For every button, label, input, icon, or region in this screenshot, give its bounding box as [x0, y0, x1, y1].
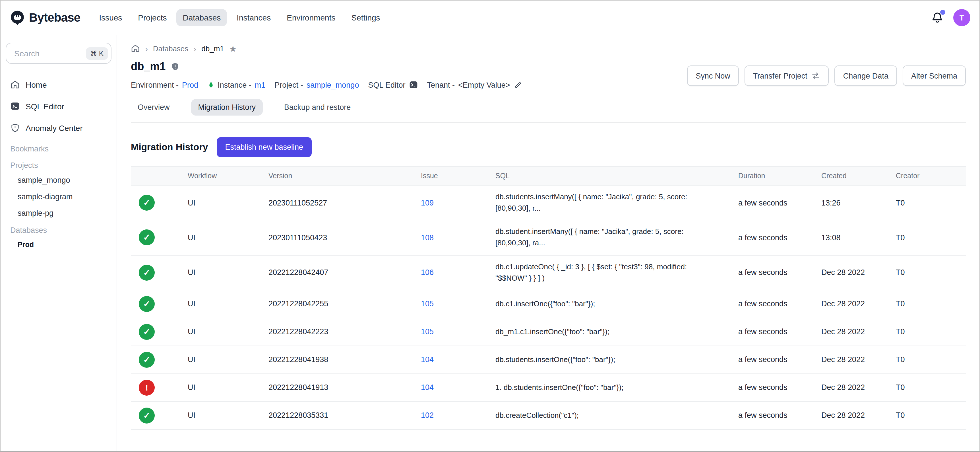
- alter-schema-button[interactable]: Alter Schema: [903, 65, 966, 86]
- terminal-icon: [409, 80, 418, 89]
- nav-instances[interactable]: Instances: [231, 9, 277, 26]
- issue-cell: 105: [421, 322, 495, 342]
- home-icon: [10, 80, 20, 89]
- creator-cell: T0: [896, 193, 966, 212]
- issue-link[interactable]: 104: [421, 356, 434, 364]
- shield-alert-icon: [10, 123, 20, 133]
- status-cell: ✓: [131, 224, 188, 251]
- sidebar-project-sample-mongo[interactable]: sample_mongo: [6, 173, 111, 187]
- workflow-cell: UI: [188, 378, 269, 398]
- sql-editor-label: SQL Editor: [368, 81, 405, 89]
- nav-projects[interactable]: Projects: [132, 9, 173, 26]
- action-buttons: Sync Now Transfer Project Change Data Al…: [687, 65, 966, 86]
- issue-link[interactable]: 108: [421, 233, 434, 242]
- pencil-icon[interactable]: [514, 81, 522, 89]
- issue-link[interactable]: 109: [421, 198, 434, 207]
- issue-link[interactable]: 105: [421, 327, 434, 336]
- tab-backup-and-restore[interactable]: Backup and restore: [277, 99, 358, 115]
- chevron-right-icon: ›: [145, 44, 148, 53]
- sql-cell: db.students.insertMany([ { name: "Jacika…: [495, 185, 738, 220]
- sidebar-section-projects: Projects: [6, 158, 111, 173]
- home-icon[interactable]: [131, 44, 140, 53]
- user-avatar[interactable]: T: [953, 9, 970, 26]
- creator-cell: T0: [896, 228, 966, 248]
- table-row: ✓ UI 20230111052527 109 db.students.inse…: [131, 185, 966, 220]
- status-icon: ✓: [139, 407, 155, 423]
- brand-name: Bytebase: [29, 11, 80, 24]
- sidebar-item-label: SQL Editor: [25, 102, 64, 111]
- sql-cell: db.students.insertOne({"foo": "bar"});: [495, 348, 738, 371]
- bytebase-logo[interactable]: Bytebase: [10, 10, 80, 26]
- workflow-cell: UI: [188, 228, 269, 248]
- sql-cell: db.c1.updateOne( { _id: 3 }, [ { $set: {…: [495, 255, 738, 290]
- table-row: ✓ UI 20221228042255 105 db.c1.insertOne(…: [131, 290, 966, 318]
- sidebar-item-anomaly-center[interactable]: Anomaly Center: [6, 120, 111, 136]
- sidebar-section-databases: Databases: [6, 223, 111, 238]
- instance-link[interactable]: m1: [255, 81, 266, 89]
- workflow-cell: UI: [188, 262, 269, 283]
- issue-link[interactable]: 105: [421, 300, 434, 308]
- issue-link[interactable]: 102: [421, 411, 434, 420]
- meta-project: Project - sample_mongo: [274, 81, 359, 89]
- status-icon: ✓: [139, 195, 155, 211]
- sql-cell: db.student.insertMany([ { name: "Jacika"…: [495, 220, 738, 255]
- version-cell: 20221228035331: [269, 406, 421, 425]
- sql-cell: 1. db.students.insertOne({"foo": "bar"})…: [495, 376, 738, 399]
- breadcrumb-databases[interactable]: Databases: [153, 44, 188, 53]
- issue-cell: 106: [421, 262, 495, 283]
- change-data-button[interactable]: Change Data: [835, 65, 897, 86]
- sidebar-project-sample-diagram[interactable]: sample-diagram: [6, 190, 111, 204]
- nav-databases[interactable]: Databases: [176, 9, 227, 26]
- creator-cell: T0: [896, 294, 966, 314]
- status-cell: ✓: [131, 290, 188, 318]
- header-created: Created: [821, 167, 896, 185]
- status-icon: ✓: [139, 324, 155, 340]
- issue-cell: 105: [421, 294, 495, 314]
- establish-baseline-button[interactable]: Establish new baseline: [216, 137, 312, 157]
- search-input[interactable]: [13, 48, 86, 58]
- nav-environments[interactable]: Environments: [280, 9, 342, 26]
- creator-cell: T0: [896, 322, 966, 342]
- project-link[interactable]: sample_mongo: [307, 81, 359, 89]
- tab-overview[interactable]: Overview: [131, 99, 177, 115]
- table-row: ✓ UI 20221228041938 104 db.students.inse…: [131, 346, 966, 374]
- sync-now-button[interactable]: Sync Now: [687, 65, 739, 86]
- sidebar-database-prod[interactable]: Prod: [6, 238, 111, 252]
- sidebar: ⌘ K Home SQL Editor: [0, 35, 117, 451]
- nav-settings[interactable]: Settings: [345, 9, 386, 26]
- table-header-row: Workflow Version Issue SQL Duration Crea…: [131, 167, 966, 185]
- created-cell: Dec 28 2022: [821, 322, 896, 342]
- header-version: Version: [269, 167, 421, 185]
- environment-link[interactable]: Prod: [182, 81, 198, 89]
- status-cell: ✓: [131, 318, 188, 345]
- created-cell: 13:26: [821, 193, 896, 212]
- issue-link[interactable]: 106: [421, 268, 434, 277]
- nav-issues[interactable]: Issues: [93, 9, 128, 26]
- terminal-icon: [10, 101, 20, 111]
- search-shortcut-badge: ⌘ K: [86, 47, 108, 59]
- section-title: Migration History: [131, 142, 208, 153]
- star-icon[interactable]: ★: [229, 44, 237, 53]
- meta-sql-editor[interactable]: SQL Editor: [368, 80, 418, 89]
- sidebar-item-label: Home: [25, 80, 47, 89]
- notification-bell-button[interactable]: [931, 11, 943, 24]
- sidebar-project-sample-pg[interactable]: sample-pg: [6, 206, 111, 220]
- header-duration: Duration: [738, 167, 821, 185]
- sidebar-item-home[interactable]: Home: [6, 76, 111, 93]
- version-cell: 20221228042255: [269, 294, 421, 314]
- tab-migration-history[interactable]: Migration History: [191, 99, 263, 115]
- created-cell: 13:08: [821, 228, 896, 248]
- status-icon: !: [139, 380, 155, 396]
- sidebar-item-sql-editor[interactable]: SQL Editor: [6, 98, 111, 114]
- issue-link[interactable]: 104: [421, 383, 434, 392]
- instance-label: Instance -: [218, 81, 251, 89]
- main-content: › Databases › db_m1 ★ db_m1: [117, 35, 980, 451]
- version-cell: 20230111052527: [269, 193, 421, 212]
- duration-cell: a few seconds: [738, 193, 821, 212]
- transfer-project-button[interactable]: Transfer Project: [745, 65, 829, 86]
- sql-cell: db_m1.c1.insertOne({"foo": "bar"});: [495, 321, 738, 343]
- table-body: ✓ UI 20230111052527 109 db.students.inse…: [131, 185, 966, 430]
- status-cell: ✓: [131, 346, 188, 374]
- header-issue: Issue: [421, 167, 495, 185]
- workflow-cell: UI: [188, 294, 269, 314]
